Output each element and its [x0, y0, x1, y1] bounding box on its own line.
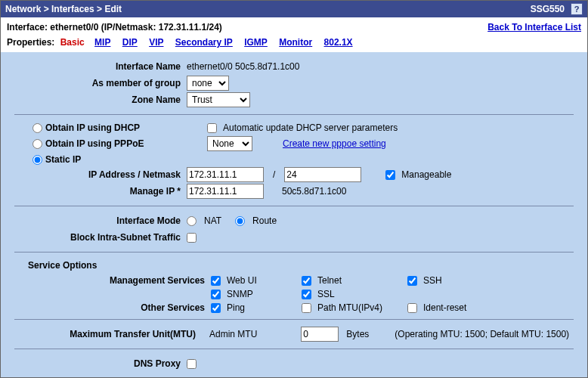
- snmp-checkbox[interactable]: [211, 290, 221, 299]
- addr-label: IP Address / Netmask: [14, 169, 187, 180]
- tab-dip[interactable]: DIP: [122, 37, 138, 48]
- tab-vip[interactable]: VIP: [149, 37, 163, 48]
- nat-label: NAT: [204, 215, 221, 226]
- manage-mac: 50c5.8d71.1c00: [282, 186, 346, 197]
- tab-secondary-ip[interactable]: Secondary IP: [175, 37, 233, 48]
- radio-route[interactable]: [235, 216, 245, 226]
- bytes-label: Bytes: [346, 329, 369, 339]
- tab-basic: Basic: [60, 37, 85, 48]
- pmtu-checkbox[interactable]: [302, 303, 311, 313]
- radio-pppoe[interactable]: [32, 139, 42, 149]
- admin-mtu-label: Admin MTU: [209, 329, 257, 339]
- manage-ip-label: Manage IP *: [14, 186, 187, 197]
- back-link[interactable]: Back To Interface List: [487, 22, 581, 33]
- manage-ip-input[interactable]: [187, 184, 264, 199]
- dns-proxy-checkbox[interactable]: [187, 359, 197, 369]
- pmtu-label: Path MTU(IPv4): [317, 302, 382, 313]
- tab-monitor[interactable]: Monitor: [279, 37, 312, 48]
- webui-label: Web UI: [227, 275, 257, 286]
- breadcrumb: Network > Interfaces > Edit: [5, 4, 122, 14]
- tab-8021x[interactable]: 802.1X: [324, 37, 353, 48]
- help-icon[interactable]: ?: [571, 3, 583, 15]
- other-label: Other Services: [14, 302, 211, 313]
- radio-dhcp[interactable]: [32, 123, 42, 133]
- mtu-input[interactable]: [301, 327, 339, 342]
- tab-mip[interactable]: MIP: [94, 37, 110, 48]
- properties-label: Properties:: [7, 37, 54, 48]
- zone-select[interactable]: Trust: [187, 92, 250, 107]
- manageable-checkbox[interactable]: [385, 170, 395, 180]
- slash-label: /: [268, 169, 280, 180]
- block-label: Block Intra-Subnet Traffic: [14, 232, 187, 243]
- mtu-info: (Operating MTU: 1500; Default MTU: 1500): [395, 329, 569, 339]
- member-select[interactable]: none: [187, 76, 229, 91]
- tab-igmp[interactable]: IGMP: [244, 37, 268, 48]
- radio-nat[interactable]: [187, 216, 197, 226]
- snmp-label: SNMP: [227, 289, 253, 299]
- pppoe-label: Obtain IP using PPPoE: [45, 138, 174, 149]
- telnet-checkbox[interactable]: [302, 276, 311, 286]
- netmask-input[interactable]: [284, 167, 361, 182]
- interface-title: Interface: ethernet0/0 (IP/Netmask: 172.…: [7, 22, 222, 33]
- ping-checkbox[interactable]: [211, 303, 221, 313]
- dns-proxy-label: DNS Proxy: [14, 358, 187, 369]
- member-label: As member of group: [14, 78, 187, 88]
- ssh-label: SSH: [423, 275, 442, 286]
- telnet-label: Telnet: [317, 275, 342, 286]
- pppoe-create-link[interactable]: Create new pppoe setting: [283, 138, 386, 149]
- radio-static[interactable]: [32, 155, 42, 165]
- static-label: Static IP: [45, 154, 174, 165]
- mode-label: Interface Mode: [14, 215, 187, 226]
- dhcp-label: Obtain IP using DHCP: [45, 122, 174, 133]
- manageable-label: Manageable: [401, 169, 451, 180]
- dhcp-auto-checkbox[interactable]: [207, 123, 217, 133]
- service-options-title: Service Options: [28, 260, 574, 271]
- ident-checkbox[interactable]: [407, 303, 417, 313]
- pppoe-select[interactable]: None: [207, 136, 252, 151]
- hostname: SSG550: [531, 4, 565, 14]
- ssl-label: SSL: [317, 289, 335, 299]
- ssh-checkbox[interactable]: [407, 276, 417, 286]
- block-checkbox[interactable]: [187, 233, 197, 243]
- webui-checkbox[interactable]: [211, 276, 221, 286]
- ping-label: Ping: [227, 302, 245, 313]
- dhcp-auto-label: Automatic update DHCP server parameters: [223, 122, 398, 133]
- ident-label: Ident-reset: [423, 302, 466, 313]
- mtu-title-label: Maximum Transfer Unit(MTU): [14, 329, 202, 339]
- iface-name-label: Interface Name: [14, 61, 187, 72]
- ssl-checkbox[interactable]: [302, 290, 311, 299]
- iface-name-value: ethernet0/0 50c5.8d71.1c00: [187, 61, 299, 72]
- ip-address-input[interactable]: [187, 167, 264, 182]
- zone-label: Zone Name: [14, 94, 187, 105]
- route-label: Route: [252, 215, 277, 226]
- mgmt-label: Management Services: [14, 275, 211, 286]
